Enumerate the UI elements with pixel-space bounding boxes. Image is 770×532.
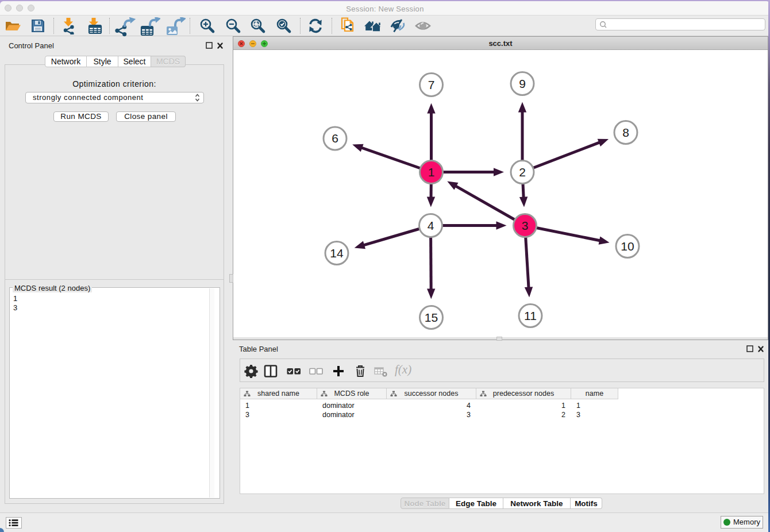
- svg-text:14: 14: [330, 246, 344, 260]
- svg-text:9: 9: [519, 77, 526, 90]
- svg-text:6: 6: [332, 132, 338, 145]
- svg-text:3: 3: [522, 219, 529, 232]
- svg-text:7: 7: [428, 78, 435, 91]
- svg-text:15: 15: [425, 311, 438, 324]
- svg-text:8: 8: [622, 126, 629, 139]
- svg-text:11: 11: [524, 309, 537, 322]
- svg-text:10: 10: [621, 240, 634, 253]
- svg-text:1: 1: [428, 165, 435, 179]
- svg-text:2: 2: [519, 165, 526, 179]
- svg-text:4: 4: [428, 219, 434, 232]
